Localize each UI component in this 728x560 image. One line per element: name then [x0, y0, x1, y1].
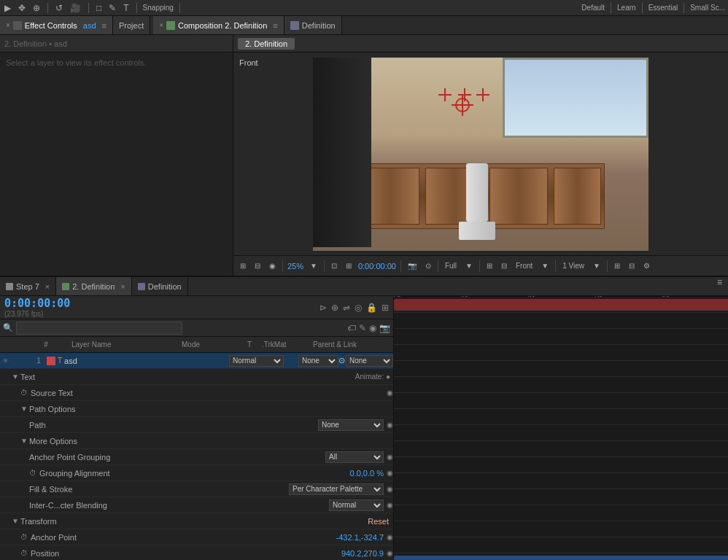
anchor-stopwatch[interactable]: ⏱	[20, 533, 28, 541]
anchor-point-grouping-label: Anchor Point Grouping	[29, 453, 325, 462]
zoom-tool-icon[interactable]: ⊕	[31, 2, 42, 14]
render-icon[interactable]: ⊞	[612, 261, 622, 271]
layer-row-1[interactable]: 👁 1 T asd Normal None ⊙	[0, 353, 393, 369]
effect-controls-tab[interactable]: × Effect Controls asd ≡	[0, 16, 113, 34]
search-input[interactable]	[16, 322, 182, 335]
timeline-right-panel[interactable]: 0s 1s 2s 3s 4s 5s	[394, 296, 728, 560]
position-stopwatch[interactable]: ⏱	[20, 549, 28, 557]
transform-expand-icon[interactable]: ▼	[12, 517, 19, 525]
tab-menu-icon[interactable]: ≡	[102, 21, 107, 30]
comp-close-icon[interactable]: ×	[159, 21, 163, 29]
overlay-btn[interactable]: ◉	[267, 261, 278, 271]
quality-dropdown[interactable]: ▼	[463, 261, 475, 271]
pen-tool-icon[interactable]: ✎	[107, 2, 117, 14]
settings-icon[interactable]: ⚙	[641, 261, 652, 271]
timeline-menu-icon[interactable]: ≡	[711, 277, 728, 295]
rotate-tool-icon[interactable]: ↺	[54, 2, 64, 14]
anchor-point-value[interactable]: -432.1,-324.7	[336, 533, 384, 542]
comp-menu-icon[interactable]: ≡	[273, 21, 277, 30]
anchor-point-circle[interactable]: ◉	[387, 533, 393, 541]
workspace-small[interactable]: Small Sc...	[690, 4, 725, 12]
project-tab[interactable]: Project	[113, 16, 150, 34]
viewer-tab-definition[interactable]: 2. Definition	[238, 38, 295, 50]
position-value[interactable]: 940.2,270.9	[341, 549, 384, 558]
search-icon[interactable]: ⊕	[331, 303, 338, 313]
timeline-comp-tab[interactable]: 2. Definition ×	[56, 277, 132, 295]
definition-tab[interactable]: Definition	[284, 16, 342, 34]
select-tool-icon[interactable]: ▶	[3, 2, 12, 14]
comp-tab-close[interactable]: ×	[120, 282, 125, 291]
channels-icon[interactable]: ⊞	[344, 261, 354, 271]
mode-select-1[interactable]: Normal	[229, 355, 284, 367]
panel-icon[interactable]: ⊞	[382, 303, 389, 313]
grid-btn[interactable]: ⊟	[252, 261, 263, 271]
snap-btn[interactable]: ⊞	[238, 261, 248, 271]
inter-char-select[interactable]: Normal	[329, 499, 384, 511]
view-mode-icon[interactable]: ⊞	[484, 261, 495, 271]
timeline-def-tab[interactable]: Definition	[132, 277, 188, 295]
view-options-label[interactable]: 1 View	[560, 261, 586, 271]
view-mode-icon2[interactable]: ⊟	[499, 261, 509, 271]
zoom-dropdown-icon[interactable]: ▼	[308, 261, 320, 271]
track-row-2[interactable]	[394, 553, 728, 560]
position-circle[interactable]: ◉	[387, 549, 393, 557]
view-dropdown[interactable]: ▼	[539, 261, 551, 271]
composition-canvas[interactable]	[313, 58, 648, 251]
visibility-icon[interactable]: ◉	[369, 323, 376, 333]
navigate-icon[interactable]: ⊳	[320, 303, 327, 313]
view-options-dropdown[interactable]: ▼	[591, 261, 603, 271]
color-mgmt-icon[interactable]: ⊙	[423, 261, 433, 271]
eye-icon-1[interactable]: 👁	[0, 357, 10, 365]
parent-select-1[interactable]: None	[346, 355, 393, 367]
workspace-essential[interactable]: Essential	[648, 4, 678, 12]
path-circle[interactable]: ◉	[387, 421, 393, 429]
source-text-circle[interactable]: ◉	[387, 389, 393, 397]
camera-tl-icon[interactable]: 📷	[379, 323, 390, 333]
camera-tool-icon[interactable]: 🎥	[69, 2, 82, 14]
text-tool-icon[interactable]: T	[122, 2, 130, 14]
workspace-learn[interactable]: Learn	[617, 4, 636, 12]
view-label[interactable]: Front	[514, 261, 535, 271]
switch-icon[interactable]: ⇌	[343, 303, 350, 313]
fill-stroke-select[interactable]: Per Character Palette	[289, 483, 384, 495]
track-row-1[interactable]	[394, 297, 728, 313]
text-expand-icon[interactable]: ▼	[12, 373, 19, 381]
camera-icon[interactable]: 📷	[406, 261, 419, 271]
animate-label[interactable]: Animate: ●	[355, 373, 390, 381]
transform-reset-btn[interactable]: Reset	[368, 517, 389, 526]
lock-icon[interactable]: 🔒	[366, 303, 377, 313]
path-options-group[interactable]: ▼ Path Options	[0, 401, 393, 417]
grouping-stopwatch[interactable]: ⏱	[29, 469, 36, 477]
shape-tool-icon[interactable]: □	[95, 2, 103, 14]
zoom-level[interactable]: 25%	[287, 262, 303, 271]
timecode-display[interactable]: 0:00:00:00	[358, 262, 396, 271]
hand-tool-icon[interactable]: ✥	[17, 2, 27, 14]
quality-label[interactable]: Full	[443, 261, 459, 271]
grouping-circle[interactable]: ◉	[387, 469, 393, 477]
workspace-default[interactable]: Default	[581, 4, 605, 12]
source-text-stopwatch[interactable]: ⏱	[20, 389, 28, 397]
tag-icon[interactable]: 🏷	[347, 323, 356, 333]
solo-icon[interactable]: ◎	[355, 303, 362, 313]
composition-tab[interactable]: × Composition 2. Definition ≡	[153, 16, 284, 34]
time-display[interactable]: 0:00:00:00	[4, 297, 70, 310]
anchor-grouping-select[interactable]: All	[325, 451, 384, 463]
close-icon[interactable]: ×	[6, 21, 10, 29]
timeline-step-tab[interactable]: Step 7 ×	[0, 277, 56, 295]
text-group[interactable]: ▼ Text Animate: ●	[0, 369, 393, 385]
step-tab-close[interactable]: ×	[45, 282, 50, 291]
fit-icon[interactable]: ⊡	[329, 261, 339, 271]
edit-icon[interactable]: ✎	[359, 323, 366, 333]
export-icon[interactable]: ⊟	[627, 261, 637, 271]
more-options-group[interactable]: ▼ More Options	[0, 433, 393, 449]
trkmat-select-1[interactable]: None	[298, 355, 338, 367]
viewer-content[interactable]: Front	[233, 52, 728, 255]
fill-stroke-circle[interactable]: ◉	[387, 485, 393, 493]
path-select[interactable]: None	[318, 419, 384, 431]
path-options-expand[interactable]: ▼	[20, 405, 28, 413]
inter-char-circle[interactable]: ◉	[387, 501, 393, 509]
more-options-expand[interactable]: ▼	[20, 437, 28, 445]
anchor-circle[interactable]: ◉	[387, 453, 393, 461]
grouping-alignment-value[interactable]: 0.0,0.0 %	[350, 469, 384, 478]
transform-group[interactable]: ▼ Transform Reset	[0, 513, 393, 529]
